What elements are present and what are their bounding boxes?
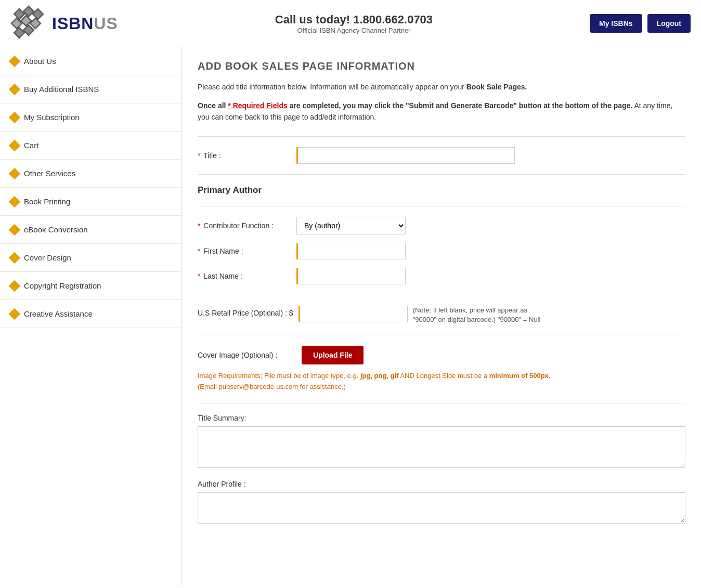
last-name-row: * Last Name : — [198, 268, 685, 284]
diamond-icon — [9, 111, 21, 123]
header: ISBNUS Call us today! 1.800.662.0703 Off… — [0, 0, 701, 47]
diamond-icon — [9, 139, 21, 151]
svg-rect-5 — [30, 18, 41, 29]
main-content: ADD BOOK SALES PAGE INFORMATION Please a… — [182, 47, 701, 586]
divider-4 — [198, 295, 685, 295]
diamond-icon — [9, 167, 21, 179]
diamond-icon — [9, 55, 21, 67]
header-center: Call us today! 1.800.662.0703 Official I… — [118, 13, 590, 34]
contributor-function-select[interactable]: By (author) Edited by Illustrated by Tra… — [296, 217, 406, 234]
title-row: * Title : — [198, 147, 685, 164]
diamond-icon — [9, 195, 21, 207]
title-label: * Title : — [198, 151, 291, 160]
header-subtitle: Official ISBN Agency Channel Partner — [118, 27, 590, 34]
main-layout: About Us Buy Additional ISBNS My Subscri… — [0, 47, 701, 586]
header-phone: Call us today! 1.800.662.0703 — [118, 13, 590, 27]
intro-text: Please add title information below. Info… — [198, 82, 685, 93]
sidebar-item-copyright-registration[interactable]: Copyright Registration — [0, 272, 181, 300]
sidebar: About Us Buy Additional ISBNS My Subscri… — [0, 47, 182, 586]
upload-file-button[interactable]: Upload File — [302, 346, 364, 364]
page-title: ADD BOOK SALES PAGE INFORMATION — [198, 60, 685, 72]
first-name-row: * First Name : — [198, 243, 685, 259]
required-fields-link[interactable]: * Required Fields — [228, 101, 287, 110]
divider-6 — [198, 403, 685, 403]
image-min-size: minimum of 500px. — [489, 372, 551, 380]
image-requirements: Image Requirements; File must be of imag… — [198, 371, 685, 393]
diamond-icon — [9, 83, 21, 95]
last-name-label: * Last Name : — [198, 272, 291, 280]
sidebar-item-book-printing[interactable]: Book Printing — [0, 188, 181, 216]
first-name-input[interactable] — [296, 243, 406, 259]
price-row: U.S Retail Price (Optional) : $ (Note: I… — [198, 306, 685, 324]
first-name-label: * First Name : — [198, 247, 291, 255]
svg-rect-0 — [14, 9, 24, 19]
diamond-icon — [9, 224, 21, 236]
divider-2 — [198, 174, 685, 175]
sidebar-item-ebook-conversion[interactable]: eBook Conversion — [0, 216, 181, 244]
logo-area: ISBNUS — [10, 5, 118, 42]
isbn-logo-icon — [10, 5, 47, 42]
sidebar-item-my-subscription[interactable]: My Subscription — [0, 103, 181, 132]
author-profile-textarea[interactable] — [198, 492, 685, 524]
contributor-function-row: * Contributor Function : By (author) Edi… — [198, 217, 685, 234]
required-star: * — [198, 272, 200, 280]
primary-author-heading: Primary Author — [198, 185, 685, 195]
contributor-function-label: * Contributor Function : — [198, 221, 291, 230]
price-note: (Note: If left blank, price will appear … — [413, 306, 543, 324]
required-text: Once all * Required Fields are completed… — [198, 100, 685, 123]
divider-3 — [198, 206, 685, 206]
header-buttons: My ISBNs Logout — [590, 14, 691, 33]
sidebar-item-buy-additional-isbns[interactable]: Buy Additional ISBNS — [0, 75, 181, 103]
svg-rect-4 — [21, 16, 31, 26]
cover-image-label: Cover Image (Optional) : — [198, 351, 291, 359]
logout-button[interactable]: Logout — [647, 14, 691, 33]
required-star: * — [198, 247, 200, 255]
cover-image-row: Cover Image (Optional) : Upload File — [198, 346, 685, 364]
image-formats: jpg, png, gif — [360, 372, 399, 380]
support-email-link[interactable]: pubserv@barcode-us.com — [218, 383, 298, 390]
svg-rect-7 — [23, 25, 34, 35]
sidebar-item-creative-assistance[interactable]: Creative Assistance — [0, 300, 181, 328]
sidebar-item-cover-design[interactable]: Cover Design — [0, 244, 181, 272]
diamond-icon — [9, 308, 21, 320]
title-summary-textarea[interactable] — [198, 426, 685, 468]
title-input[interactable] — [296, 147, 515, 164]
divider-5 — [198, 335, 685, 335]
svg-rect-6 — [14, 28, 24, 38]
svg-rect-3 — [11, 18, 22, 29]
sidebar-item-other-services[interactable]: Other Services — [0, 160, 181, 188]
logo-text: ISBNUS — [52, 14, 118, 33]
last-name-input[interactable] — [296, 268, 406, 284]
svg-rect-1 — [23, 6, 34, 17]
title-summary-label: Title Summary: — [198, 414, 685, 422]
diamond-icon — [9, 252, 21, 264]
price-label: U.S Retail Price (Optional) : $ — [198, 306, 293, 317]
svg-rect-2 — [33, 9, 43, 19]
sidebar-item-cart[interactable]: Cart — [0, 132, 181, 160]
required-star: * — [198, 151, 200, 160]
price-input[interactable] — [298, 306, 408, 322]
sidebar-item-about-us[interactable]: About Us — [0, 47, 181, 75]
diamond-icon — [9, 280, 21, 292]
required-star: * — [198, 221, 200, 230]
divider-1 — [198, 136, 685, 137]
my-isbns-button[interactable]: My ISBNs — [590, 14, 642, 33]
author-profile-label: Author Profile : — [198, 480, 685, 488]
